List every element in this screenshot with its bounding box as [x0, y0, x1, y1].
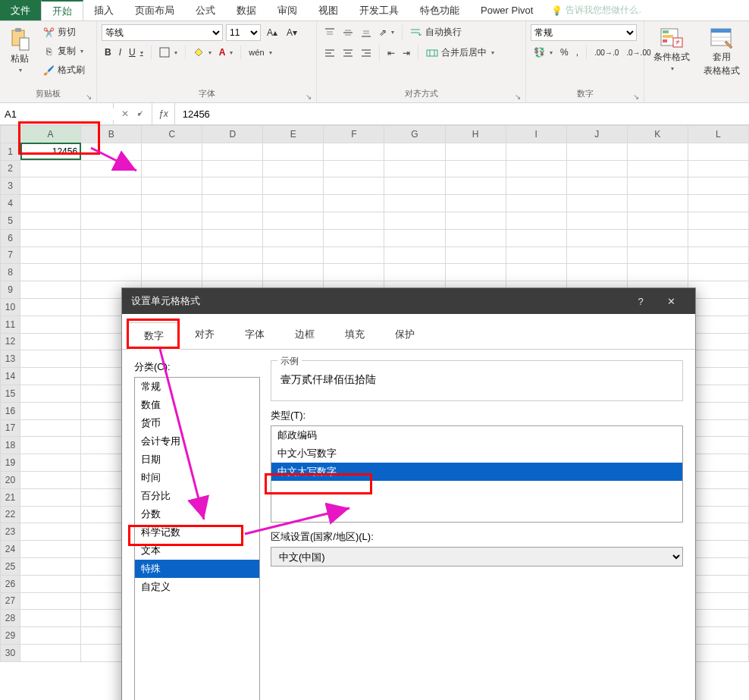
cell[interactable]: [384, 264, 445, 281]
row-header[interactable]: 17: [1, 419, 20, 437]
cell[interactable]: [688, 437, 748, 454]
cell[interactable]: [263, 177, 324, 195]
cell[interactable]: [688, 644, 748, 661]
cell[interactable]: [445, 212, 506, 229]
cell[interactable]: [688, 610, 748, 627]
cell[interactable]: [20, 575, 81, 592]
align-top-button[interactable]: [321, 26, 338, 39]
cell[interactable]: [384, 143, 445, 160]
cell[interactable]: [688, 454, 748, 472]
cell[interactable]: [324, 246, 384, 264]
cell[interactable]: [688, 592, 748, 610]
cell[interactable]: [445, 229, 506, 246]
row-header[interactable]: 16: [1, 402, 20, 419]
cell[interactable]: [20, 506, 81, 523]
row-header[interactable]: 8: [1, 264, 20, 281]
cell[interactable]: [506, 264, 566, 281]
cell[interactable]: [202, 143, 263, 160]
cell[interactable]: [20, 368, 81, 385]
category-item[interactable]: 货币: [135, 414, 259, 432]
row-header[interactable]: 19: [1, 454, 20, 472]
cell[interactable]: [20, 488, 81, 506]
cell[interactable]: [506, 160, 566, 177]
row-header[interactable]: 29: [1, 627, 20, 645]
increase-indent-button[interactable]: ⇥: [400, 46, 413, 60]
cell[interactable]: [688, 177, 748, 195]
cell[interactable]: [20, 177, 81, 195]
cell[interactable]: 12456: [20, 143, 81, 160]
cell[interactable]: [566, 160, 627, 177]
cell[interactable]: [445, 160, 506, 177]
cell[interactable]: [142, 160, 202, 177]
cell[interactable]: [81, 195, 142, 212]
cell[interactable]: [506, 143, 566, 160]
underline-button[interactable]: U▾: [126, 46, 146, 59]
cell[interactable]: [688, 298, 748, 315]
name-box-input[interactable]: [5, 108, 132, 120]
cell[interactable]: [688, 195, 748, 212]
cell[interactable]: [566, 229, 627, 246]
cell[interactable]: [20, 350, 81, 368]
cell[interactable]: [324, 177, 384, 195]
cell[interactable]: [324, 143, 384, 160]
cell[interactable]: [20, 195, 81, 212]
cell[interactable]: [202, 195, 263, 212]
percent-format-button[interactable]: %: [557, 46, 572, 59]
dlg-tab-fill[interactable]: 填充: [330, 322, 380, 349]
cell[interactable]: [445, 264, 506, 281]
dlg-tab-font[interactable]: 字体: [230, 322, 280, 349]
cell[interactable]: [688, 315, 748, 333]
cell[interactable]: [688, 350, 748, 368]
cell[interactable]: [688, 402, 748, 419]
col-header-E[interactable]: E: [263, 126, 324, 143]
align-center-button[interactable]: [340, 46, 356, 60]
cell[interactable]: [688, 557, 748, 575]
row-header[interactable]: 21: [1, 488, 20, 506]
tab-developer[interactable]: 开发工具: [349, 0, 409, 20]
dlg-tab-protection[interactable]: 保护: [380, 322, 430, 349]
cell[interactable]: [263, 143, 324, 160]
cell[interactable]: [263, 264, 324, 281]
cell[interactable]: [627, 177, 688, 195]
decrease-font-button[interactable]: A▾: [284, 26, 300, 39]
row-header[interactable]: 14: [1, 368, 20, 385]
cell[interactable]: [142, 177, 202, 195]
number-format-select[interactable]: 常规: [531, 24, 637, 41]
tab-view[interactable]: 视图: [308, 0, 349, 20]
cell[interactable]: [506, 246, 566, 264]
font-size-select[interactable]: 11: [226, 24, 261, 41]
cell[interactable]: [20, 264, 81, 281]
cell[interactable]: [263, 246, 324, 264]
cell[interactable]: [142, 246, 202, 264]
cell[interactable]: [688, 627, 748, 645]
orientation-button[interactable]: ⇗▾: [376, 26, 397, 39]
dialog-launcher-icon[interactable]: ↘: [306, 93, 312, 101]
cell[interactable]: [81, 264, 142, 281]
dlg-tab-border[interactable]: 边框: [280, 322, 330, 349]
cell[interactable]: [566, 143, 627, 160]
dialog-launcher-icon[interactable]: ↘: [86, 93, 92, 101]
type-item[interactable]: 中文大写数字: [271, 463, 682, 481]
row-header[interactable]: 24: [1, 541, 20, 558]
cell[interactable]: [81, 229, 142, 246]
row-header[interactable]: 6: [1, 229, 20, 246]
cell[interactable]: [566, 246, 627, 264]
row-header[interactable]: 22: [1, 506, 20, 523]
dialog-launcher-icon[interactable]: ↘: [515, 93, 521, 101]
cell[interactable]: [20, 212, 81, 229]
copy-button[interactable]: ⎘ 复制▾: [39, 43, 88, 59]
cell[interactable]: [688, 212, 748, 229]
cell[interactable]: [81, 160, 142, 177]
cell[interactable]: [506, 195, 566, 212]
increase-decimal-button[interactable]: .00→.0: [591, 47, 622, 58]
cell[interactable]: [566, 212, 627, 229]
cell[interactable]: [384, 212, 445, 229]
dlg-tab-number[interactable]: 数字: [128, 322, 180, 350]
category-item[interactable]: 时间: [135, 469, 259, 487]
row-header[interactable]: 27: [1, 592, 20, 610]
conditional-formatting-button[interactable]: ≠ 条件格式 ▾: [649, 24, 694, 76]
cell[interactable]: [506, 229, 566, 246]
tab-formulas[interactable]: 公式: [185, 0, 226, 20]
tab-review[interactable]: 审阅: [267, 0, 308, 20]
row-header[interactable]: 2: [1, 160, 20, 177]
